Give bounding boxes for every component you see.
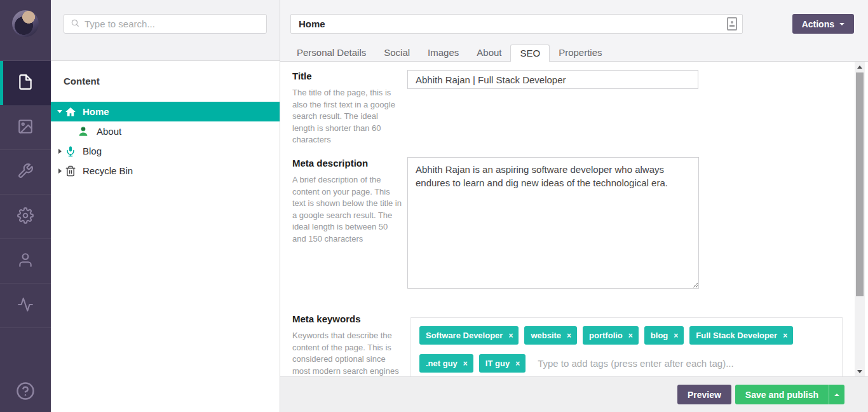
remove-tag-icon[interactable]: × [783, 331, 787, 340]
search-area [51, 0, 280, 61]
content-tree: Home About Blog Recycle [51, 102, 280, 181]
remove-tag-icon[interactable]: × [463, 359, 468, 368]
editor-footer: Preview Save and publish [280, 376, 868, 412]
preview-button[interactable]: Preview [677, 385, 731, 404]
scroll-up-arrow[interactable] [855, 62, 865, 72]
field-label: Title [292, 71, 402, 81]
tag-label: blog [651, 331, 668, 340]
tab-social[interactable]: Social [375, 45, 419, 61]
wrench-icon [17, 163, 34, 182]
section-media[interactable] [0, 106, 51, 150]
tab-personal-details[interactable]: Personal Details [288, 45, 375, 61]
tag: Full Stack Developer× [689, 326, 793, 345]
tab-properties[interactable]: Properties [550, 45, 611, 61]
actions-button[interactable]: Actions [792, 14, 854, 34]
search-icon [71, 18, 79, 30]
tree-item-about[interactable]: About [51, 121, 280, 141]
tree-item-recycle-bin[interactable]: Recycle Bin [51, 161, 280, 181]
tree-item-label: Recycle Bin [83, 165, 133, 176]
field-help-text: Keywords that describe the content of th… [292, 330, 402, 376]
scroll-down-arrow[interactable] [855, 366, 865, 376]
tag: Software Developer× [419, 326, 519, 345]
chevron-down-icon [839, 23, 844, 25]
tree-item-label: Home [83, 106, 109, 117]
tab-bar: Personal Details Social Images About SEO… [288, 45, 611, 61]
meta-description-textarea[interactable] [407, 157, 699, 289]
meta-keywords-labels: Meta keywords Keywords that describe the… [292, 313, 402, 376]
remove-tag-icon[interactable]: × [508, 331, 513, 340]
help-button[interactable] [0, 381, 51, 403]
microphone-icon [65, 146, 76, 157]
chevron-up-icon [834, 394, 839, 396]
scrollbar[interactable] [855, 62, 865, 376]
section-tray [0, 60, 51, 328]
caret-down-icon[interactable] [56, 110, 64, 113]
remove-tag-icon[interactable]: × [515, 359, 520, 368]
tag-label: .net guy [426, 359, 458, 368]
tag-row: .net guy× IT guy× [419, 354, 834, 373]
tag: blog× [644, 326, 684, 345]
title-input[interactable] [407, 70, 698, 89]
image-icon [17, 118, 34, 137]
field-label: Meta description [292, 158, 402, 168]
app-sidebar [0, 0, 51, 412]
save-and-publish-label[interactable]: Save and publish [735, 385, 829, 404]
page-name-field [290, 14, 743, 34]
tag-input[interactable] [538, 358, 834, 369]
tag-row: Software Developer× website× portfolio× … [419, 326, 834, 345]
section-developer[interactable] [0, 195, 51, 239]
tree-item-label: Blog [83, 146, 102, 156]
help-icon [16, 381, 35, 403]
remove-tag-icon[interactable]: × [674, 331, 678, 340]
seo-tab-content: Title The title of the page, this is als… [280, 61, 868, 376]
tree-item-blog[interactable]: Blog [51, 141, 280, 161]
title-field-labels: Title The title of the page, this is als… [292, 71, 402, 146]
search-box [64, 14, 267, 34]
section-settings[interactable] [0, 150, 51, 195]
gear-icon [17, 207, 34, 226]
editor-area: Actions Personal Details Social Images A… [280, 0, 868, 412]
caret-right-icon[interactable] [56, 168, 64, 174]
tag: .net guy× [419, 354, 473, 373]
tree-item-home[interactable]: Home [51, 102, 280, 121]
actions-button-label: Actions [802, 19, 834, 29]
content-tree-panel: Content Home About Blog [51, 0, 280, 412]
avatar[interactable] [12, 10, 39, 37]
doctype-icon[interactable] [727, 17, 737, 31]
tag-label: Full Stack Developer [696, 331, 777, 340]
save-options-toggle[interactable] [829, 385, 844, 404]
tag-label: website [531, 331, 561, 340]
tag-label: Software Developer [426, 331, 503, 340]
tab-images[interactable]: Images [419, 45, 468, 61]
remove-tag-icon[interactable]: × [567, 331, 571, 340]
tag-label: portfolio [589, 331, 623, 340]
caret-right-icon[interactable] [56, 149, 64, 154]
section-activity[interactable] [0, 284, 51, 328]
field-help-text: The title of the page, this is also the … [292, 87, 402, 146]
home-icon [65, 106, 76, 118]
tags-editor: Software Developer× website× portfolio× … [410, 317, 843, 376]
field-help-text: A brief description of the content on yo… [292, 174, 402, 245]
tag: portfolio× [583, 326, 639, 345]
panel-title: Content [64, 76, 100, 86]
trash-icon [65, 165, 76, 177]
scrollbar-thumb[interactable] [856, 72, 864, 296]
pulse-icon [17, 296, 34, 315]
section-users[interactable] [0, 239, 51, 284]
page-name-input[interactable] [290, 14, 743, 34]
tab-seo[interactable]: SEO [510, 45, 550, 62]
remove-tag-icon[interactable]: × [628, 331, 633, 340]
tree-item-label: About [97, 126, 121, 137]
document-icon [17, 74, 34, 93]
search-input[interactable] [85, 18, 260, 29]
tag-label: IT guy [485, 359, 510, 368]
field-label: Meta keywords [292, 313, 402, 324]
editor-header: Actions Personal Details Social Images A… [280, 0, 868, 61]
tag: website× [524, 326, 577, 345]
tag: IT guy× [479, 354, 526, 373]
tab-about[interactable]: About [468, 45, 510, 61]
meta-description-labels: Meta description A brief description of … [292, 158, 402, 245]
person-icon [78, 126, 89, 137]
section-content[interactable] [0, 61, 51, 106]
save-and-publish-button[interactable]: Save and publish [735, 385, 844, 404]
